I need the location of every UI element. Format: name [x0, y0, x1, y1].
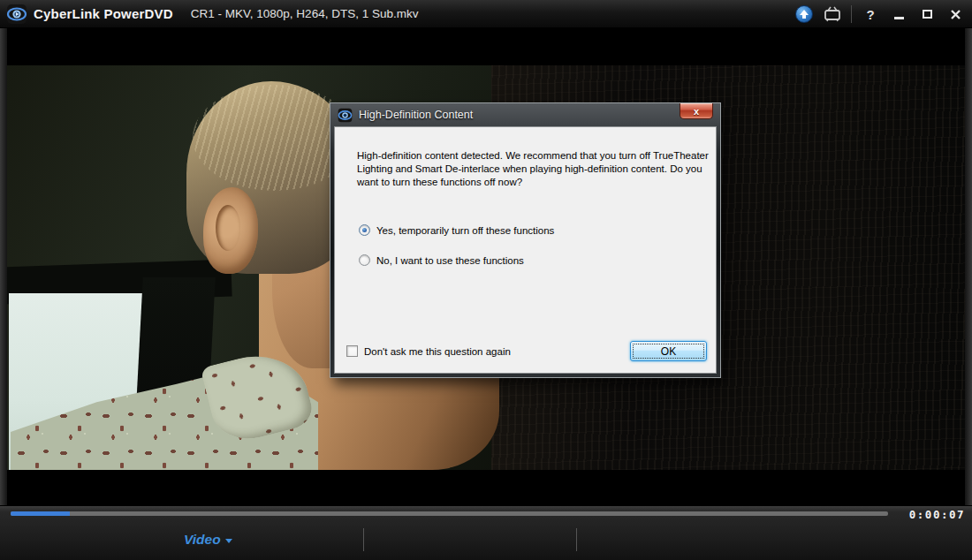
dialog-body: High-definition content detected. We rec… — [334, 126, 717, 374]
help-icon: ? — [866, 7, 874, 22]
controls-separator — [363, 528, 364, 551]
dont-ask-checkbox-row[interactable]: Don't ask me this question again — [346, 345, 511, 357]
radio-option-yes-label: Yes, temporarily turn off these function… — [376, 225, 554, 236]
minimize-icon — [894, 17, 904, 19]
upgrade-icon — [795, 5, 813, 23]
checkbox-icon[interactable] — [346, 345, 358, 357]
close-button[interactable] — [945, 4, 965, 24]
dont-ask-label: Don't ask me this question again — [364, 346, 511, 357]
minimize-button[interactable] — [889, 4, 908, 24]
radio-option-no[interactable]: No, I want to use these functions — [359, 254, 524, 266]
ok-button-label: OK — [661, 345, 676, 358]
powerdvd-logo-icon — [6, 4, 27, 25]
titlebar-separator — [851, 5, 852, 23]
maximize-icon — [923, 10, 932, 19]
caret-down-icon — [225, 539, 232, 543]
dialog-powerdvd-icon — [338, 108, 353, 123]
scene-ear-shadow — [216, 205, 240, 251]
ok-button[interactable]: OK — [630, 341, 707, 361]
titlebar-buttons: ? — [794, 0, 965, 28]
close-icon — [950, 9, 961, 20]
titlebar[interactable]: CyberLink PowerDVD CR1 - MKV, 1080p, H26… — [0, 0, 972, 28]
seek-bar[interactable] — [11, 511, 888, 516]
controls-separator — [576, 528, 577, 551]
window-right-edge — [965, 28, 972, 505]
dialog-titlebar[interactable]: High-Definition Content x — [334, 103, 717, 126]
time-elapsed: 0:00:07 — [909, 508, 965, 521]
radio-option-yes[interactable]: Yes, temporarily turn off these function… — [359, 224, 554, 236]
dialog-message: High-definition content detected. We rec… — [357, 149, 714, 189]
radio-button-icon[interactable] — [359, 224, 370, 236]
dialog-close-button[interactable]: x — [680, 103, 713, 119]
powerdvd-window: CyberLink PowerDVD CR1 - MKV, 1080p, H26… — [0, 0, 972, 560]
video-menu-button[interactable]: Video — [184, 530, 232, 549]
app-title: CyberLink PowerDVD — [34, 6, 173, 21]
control-bar: 0:00:07 Video — [0, 505, 972, 560]
dialog-title: High-Definition Content — [359, 109, 473, 121]
help-button[interactable]: ? — [861, 4, 880, 24]
video-menu-label: Video — [184, 532, 221, 548]
progress-fill — [11, 511, 70, 516]
media-title: CR1 - MKV, 1080p, H264, DTS, 1 Sub.mkv — [191, 7, 419, 20]
tv-icon — [824, 6, 841, 22]
radio-button-icon[interactable] — [359, 254, 370, 266]
dialog-close-icon: x — [694, 106, 699, 117]
maximize-button[interactable] — [917, 4, 937, 24]
upgrade-button[interactable] — [794, 4, 814, 24]
window-left-edge — [0, 28, 7, 505]
tv-mode-button[interactable] — [823, 4, 842, 24]
hd-content-dialog: High-Definition Content x High-definitio… — [330, 102, 721, 378]
radio-option-no-label: No, I want to use these functions — [376, 255, 524, 266]
